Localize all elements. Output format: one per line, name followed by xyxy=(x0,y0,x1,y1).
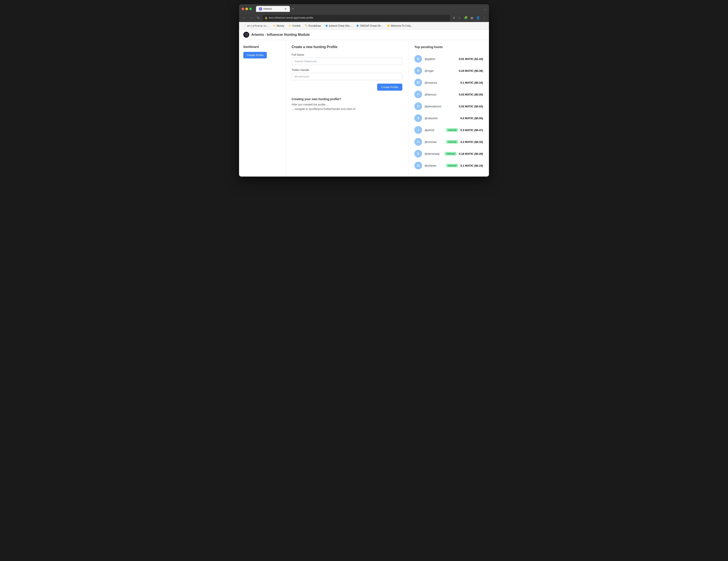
full-name-group: Full Name xyxy=(292,53,402,65)
hunt-handle: @famous xyxy=(425,93,456,96)
maximize-button[interactable] xyxy=(249,8,252,10)
avatar: J xyxy=(414,126,422,134)
app-body: Dashboard Create Profile Create a new hu… xyxy=(239,40,489,177)
claimed-badge: claimed xyxy=(446,164,458,167)
hunt-list-item: R@roger0.24 MATIC ($0.38) xyxy=(414,65,483,77)
avatar: G xyxy=(414,55,422,63)
forward-button[interactable]: → xyxy=(249,15,254,21)
bookmark-item-contrib[interactable]: 📁 Contrib xyxy=(287,23,302,28)
hunt-handle: @plonialmoni xyxy=(425,105,456,108)
avatar: S xyxy=(414,150,422,158)
twitter-handle-input[interactable] xyxy=(292,73,402,80)
bookmark-label-excalidraw: Excalidraw xyxy=(309,24,321,27)
sidebar: Dashboard Create Profile xyxy=(239,40,286,177)
bookmark-favicon-money: 📁 xyxy=(273,24,276,27)
browser-toolbar: ← → ↻ 🔒 lens-influencer.vercel.app/creat… xyxy=(239,14,489,22)
form-submit-button[interactable]: Create Profile xyxy=(377,84,402,91)
url-text: lens-influencer.vercel.app/create-profil… xyxy=(269,16,313,19)
hunt-amount: 0.0 MATIC ($0.00) xyxy=(460,117,483,120)
app-header-title: Artemis - Influencer Hunting Module xyxy=(251,33,310,37)
hunt-list-item: S@slimshadyclaimed0.18 MATIC ($0.28) xyxy=(414,148,483,160)
right-panel: Top pending hunts G@galklm0.91 MATIC ($1… xyxy=(408,40,489,177)
hunt-list-item: J@johndclaimed0.3 MATIC ($0.47) xyxy=(414,124,483,136)
traffic-lights xyxy=(242,8,252,10)
browser-titlebar: A Artemis ✕ + ⌄ xyxy=(239,4,489,14)
reload-button[interactable]: ↻ xyxy=(256,15,260,21)
profile-icon[interactable]: 👤 xyxy=(476,15,480,20)
minimize-button[interactable] xyxy=(245,8,248,10)
hunt-list-item: S@satoshin0.0 MATIC ($0.00) xyxy=(414,112,483,124)
bookmarks-bar: 📄 רב קו אונליין | רוצ... 📁 Money 📁 Contr… xyxy=(239,22,489,30)
hunt-list-item: P@plonialmoni0.02 MATIC ($0.03) xyxy=(414,100,483,112)
bookmark-icon[interactable]: ☆ xyxy=(458,15,462,20)
hunt-amount: 0.1 MATIC ($0.16) xyxy=(460,81,483,84)
hunt-handle: @maurice xyxy=(425,81,458,84)
sidebar-toggle-icon[interactable]: ▣ xyxy=(470,15,474,20)
hunt-amount: 0.2 MATIC ($0.32) xyxy=(460,140,483,144)
avatar: N xyxy=(414,162,422,169)
tab-bar: A Artemis ✕ + xyxy=(256,6,482,12)
app-header: 🏹 Artemis - Influencer Hunting Module xyxy=(239,30,489,40)
close-button[interactable] xyxy=(242,8,244,10)
back-button[interactable]: ← xyxy=(242,15,247,21)
bookmark-label-kubectl: kubectl Cheat She... xyxy=(329,24,352,27)
hunt-handle: @galklm xyxy=(425,57,456,61)
hunt-handle: @norman xyxy=(425,140,445,144)
claimed-badge: claimed xyxy=(446,128,458,132)
info-section: Creating your own hunting profile? After… xyxy=(292,97,402,111)
claimed-badge: claimed xyxy=(446,140,458,144)
hunt-list-item: M@maurice0.1 MATIC ($0.16) xyxy=(414,77,483,88)
browser-window: A Artemis ✕ + ⌄ ← → ↻ 🔒 lens-influencer.… xyxy=(239,4,489,177)
panel-title: Top pending hunts xyxy=(414,45,483,49)
avatar: P xyxy=(414,102,422,110)
new-tab-button[interactable]: + xyxy=(290,6,296,12)
menu-icon[interactable]: ⋮ xyxy=(482,15,486,20)
bookmark-favicon-excalidraw: ✏️ xyxy=(305,24,308,27)
lock-icon: 🔒 xyxy=(265,17,268,19)
bookmark-item-excalidraw[interactable]: ✏️ Excalidraw xyxy=(303,23,322,28)
bookmark-favicon-contrib: 📁 xyxy=(289,24,292,27)
avatar: M xyxy=(414,79,422,86)
info-line2: ... navigate to /profile/yourTwitterHand… xyxy=(292,107,402,111)
bookmark-label-hebrew: רב קו אונליין | רוצ... xyxy=(247,24,269,27)
twitter-handle-label: Twitter Handle xyxy=(292,68,402,72)
hunt-handle: @roger xyxy=(425,69,456,72)
avatar: N xyxy=(414,138,422,146)
hunt-amount: 0.91 MATIC ($1.44) xyxy=(459,57,483,61)
bookmark-label-money: Money xyxy=(277,24,284,27)
bookmark-item-owsap[interactable]: 🔷 OWSAP Cheat Sh... xyxy=(354,23,384,28)
hunt-amount: 0.02 MATIC ($0.03) xyxy=(459,105,483,108)
bookmark-favicon-kubectl: 🔷 xyxy=(325,24,328,27)
window-collapse-icon[interactable]: ⌄ xyxy=(484,7,486,11)
info-title: Creating your own hunting profile? xyxy=(292,97,402,101)
sidebar-dashboard-label: Dashboard xyxy=(243,45,281,48)
form-section-title: Create a new hunting Profile xyxy=(292,45,402,49)
bookmark-favicon-owsap: 🔷 xyxy=(356,24,359,27)
hunt-list-item: G@galklm0.91 MATIC ($1.44) xyxy=(414,53,483,65)
bookmark-favicon-hebrew: 📄 xyxy=(243,24,246,27)
hunt-amount: 0.03 MATIC ($0.05) xyxy=(459,93,483,96)
tab-close-button[interactable]: ✕ xyxy=(284,7,287,11)
twitter-handle-group: Twitter Handle xyxy=(292,68,402,80)
avatar: F xyxy=(414,91,422,98)
tab-favicon: A xyxy=(259,7,262,10)
share-icon[interactable]: ⬆ xyxy=(452,15,456,20)
full-name-input[interactable] xyxy=(292,58,402,65)
bookmark-label-cola: Welcome To Cola... xyxy=(391,24,413,27)
address-bar[interactable]: 🔒 lens-influencer.vercel.app/create-prof… xyxy=(263,15,450,21)
bookmark-item-cola[interactable]: 🟡 Welcome To Cola... xyxy=(385,23,414,28)
bookmark-item-money[interactable]: 📁 Money xyxy=(271,23,286,28)
bookmark-item-hebrew[interactable]: 📄 רב קו אונליין | רוצ... xyxy=(242,23,270,28)
bookmark-item-kubectl[interactable]: 🔷 kubectl Cheat She... xyxy=(323,23,353,28)
hunt-handle: @nirtests xyxy=(425,164,445,167)
app-logo: 🏹 xyxy=(243,32,249,38)
active-tab[interactable]: A Artemis ✕ xyxy=(256,6,290,12)
avatar: S xyxy=(414,114,422,122)
hunts-list: G@galklm0.91 MATIC ($1.44)R@roger0.24 MA… xyxy=(414,53,483,171)
extensions-icon[interactable]: 🧩 xyxy=(463,15,468,20)
hunt-handle: @satoshin xyxy=(425,117,458,120)
avatar: R xyxy=(414,67,422,75)
bookmark-favicon-cola: 🟡 xyxy=(387,24,390,27)
sidebar-create-profile-button[interactable]: Create Profile xyxy=(243,52,267,58)
toolbar-right: ⬆ ☆ 🧩 ▣ 👤 ⋮ xyxy=(452,15,486,20)
